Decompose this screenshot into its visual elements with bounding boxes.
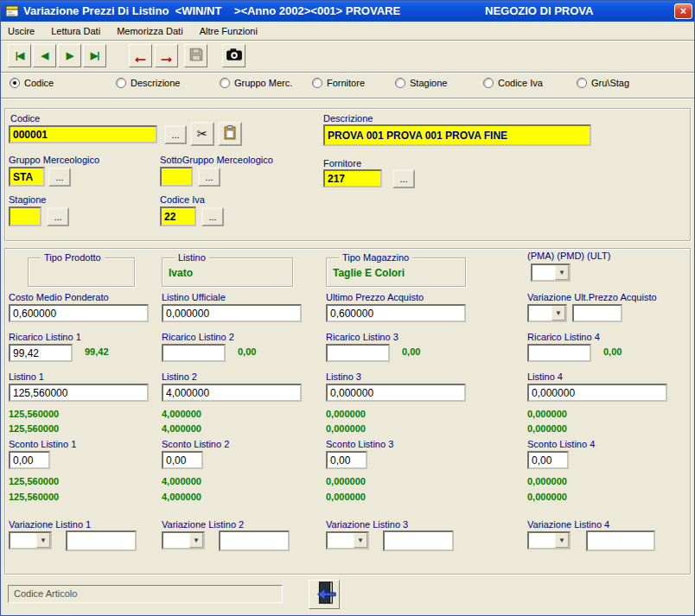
radio-icon [395,78,405,88]
radio-icon [10,78,20,88]
tipo-magazzino-box: Tipo Magazzino Taglie E Colori [326,257,466,287]
ricarico-1-input[interactable] [9,344,73,362]
ricarico-4-calc: 0,00 [603,346,622,357]
listino-box: Listino Ivato [162,257,293,287]
combo-value [10,533,36,548]
variazione-3-combo[interactable]: ▼ [326,531,369,549]
radio-codice-iva[interactable]: Codice Iva [483,78,543,88]
codice-iva-label: Codice Iva [160,194,205,205]
listino-4-label: Listino 4 [527,372,563,382]
tipo-magazzino-value: Taglie E Colori [333,267,405,279]
descrizione-input[interactable] [323,124,591,146]
sconto-2-input[interactable] [162,451,203,469]
variazione-4-label: Variazione Listino 4 [527,519,609,530]
pma-combo[interactable]: ▼ [531,264,571,282]
ricarico-3-input[interactable] [326,344,390,362]
radio-codice[interactable]: Codice [10,78,54,88]
save-button[interactable] [184,44,207,67]
gruppo-merceologico-label: Gruppo Merceologico [9,155,99,165]
combo-value [529,306,552,321]
radio-label: Stagione [410,78,447,88]
costo-medio-input[interactable] [9,304,149,322]
menu-uscire[interactable]: Uscire [1,22,41,39]
last-record-button[interactable]: ▶| [83,44,106,67]
gruppo-merceologico-input[interactable] [9,167,45,187]
radio-gru-stag[interactable]: Gru\Stag [577,78,629,88]
menu-lettura-dati[interactable]: Lettura Dati [44,22,107,39]
listino-3-label: Listino 3 [326,372,361,382]
ricarico-2-input[interactable] [162,344,226,362]
scissors-icon: ✂ [197,126,208,142]
store-name: NEGOZIO DI PROVA [485,4,593,17]
stagione-input[interactable] [9,206,41,226]
radio-gruppo-merc[interactable]: Gruppo Merc. [220,78,292,88]
combo-value [529,533,555,548]
listino-mode-value: Ivato [169,267,193,279]
variazione-2-label: Variazione Listino 2 [162,519,244,530]
ricarico-4-input[interactable] [527,344,591,362]
menu-altre-funzioni[interactable]: Altre Funzioni [193,22,265,39]
camera-icon [226,47,243,66]
ricarico-4-label: Ricarico Listino 4 [527,332,600,342]
chevron-down-icon: ▼ [36,533,50,548]
forward-button[interactable]: → [155,44,178,67]
red-right-arrow-icon: → [158,48,175,65]
variazione-4-combo[interactable]: ▼ [527,531,571,549]
variazione-4-input[interactable] [586,530,655,551]
first-record-icon: |◀ [16,50,24,61]
next-record-icon: ▶ [67,50,73,61]
listino-ufficiale-input[interactable] [162,304,302,322]
prev-record-button[interactable]: ◀ [33,44,56,67]
codice-iva-input[interactable] [160,206,196,226]
stagione-browse-button[interactable]: ... [47,207,69,226]
sconto-4-input[interactable] [527,451,569,469]
gruppo-browse-button[interactable]: ... [48,168,71,187]
listino-3-calc-2: 0,000000 [326,423,366,434]
radio-fornitore[interactable]: Fornitore [312,78,365,88]
variazione-2-input[interactable] [219,530,290,551]
listino-4-input[interactable] [527,384,667,402]
camera-button[interactable] [222,44,245,67]
variazione-3-label: Variazione Listino 3 [326,519,408,530]
fornitore-input[interactable] [323,169,382,187]
sconto-1-calc-1: 125,560000 [9,476,59,486]
radio-label: Gru\Stag [591,78,629,88]
variazione-ult-combo[interactable]: ▼ [527,304,567,322]
codice-input[interactable] [9,125,157,143]
variazione-2-combo[interactable]: ▼ [162,531,205,549]
radio-stagione[interactable]: Stagione [395,78,447,88]
listino-mode-label: Listino [175,252,209,263]
variazione-1-combo[interactable]: ▼ [9,531,52,549]
stagione-label: Stagione [9,194,46,205]
ultimo-prezzo-input[interactable] [326,304,466,322]
sconto-1-input[interactable] [9,451,50,469]
back-button[interactable]: ← [129,44,152,67]
listino-3-input[interactable] [326,384,466,402]
next-record-button[interactable]: ▶ [58,44,81,67]
listino-1-calc-1: 125,560000 [9,409,59,419]
codice-browse-button[interactable]: ... [164,125,187,144]
exit-button[interactable] [309,580,340,609]
listino-2-input[interactable] [162,384,302,402]
close-button[interactable]: × [674,3,692,19]
variazione-1-input[interactable] [66,530,137,551]
tipo-prodotto-label: Tipo Prodotto [41,252,105,263]
menu-memorizza-dati[interactable]: Memorizza Dati [110,22,189,39]
cut-button[interactable]: ✂ [190,122,214,146]
variazione-3-input[interactable] [383,530,454,551]
listino-1-input[interactable] [9,384,149,402]
window-title: Variazione Prezzi Di Listino <WIN/NT ><A… [23,4,400,17]
sottogruppo-browse-button[interactable]: ... [198,168,220,187]
sconto-1-label: Sconto Listino 1 [9,439,76,449]
sottogruppo-input[interactable] [160,167,193,187]
ricarico-3-calc: 0,00 [402,346,420,357]
fornitore-browse-button[interactable]: ... [392,169,415,188]
variazione-ult-input[interactable] [572,304,622,322]
codice-iva-browse-button[interactable]: ... [201,207,224,226]
radio-descrizione[interactable]: Descrizione [116,78,180,88]
first-record-button[interactable]: |◀ [8,44,31,67]
listino-1-label: Listino 1 [9,372,44,382]
paste-button[interactable] [218,122,242,146]
clipboard-icon [223,125,237,143]
sconto-3-input[interactable] [326,451,367,469]
